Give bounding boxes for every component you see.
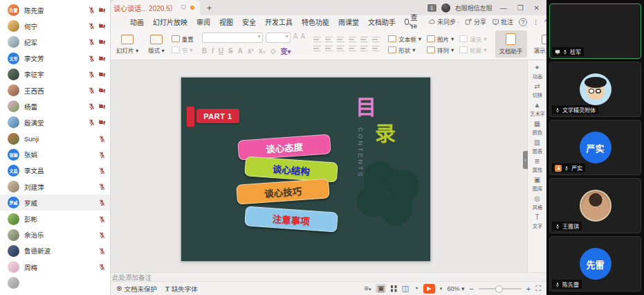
textbox-button[interactable]: 文本框 ▾ [388,35,421,43]
doc-protection-status[interactable]: ⊗文档未保护 [116,284,157,294]
menu-view[interactable]: 视图 [219,17,233,27]
mic-muted-icon[interactable] [98,215,106,223]
slide[interactable]: PART 1 目 录 CONTENTS 谈心态度 谈心结构 谈心技巧 注意事项 [181,78,430,261]
participant-row[interactable]: 张娟张娟 [0,147,110,163]
menu-animation[interactable]: 动画 [130,17,144,27]
participant-row[interactable]: 刘建萍 [0,179,110,195]
annotate-button[interactable]: 批注 [492,17,513,26]
play-slideshow-button[interactable]: ▶ [423,284,435,294]
participant-row[interactable]: 杨蕾 [0,98,110,114]
doc-assistant-button[interactable]: 文档助手 [495,30,527,57]
picture-button[interactable]: 图片 ▾ [427,35,454,43]
video-tile[interactable]: 王雅琪 [549,178,641,233]
camera-off-icon[interactable] [98,71,106,78]
video-tile[interactable]: 严实 严实 [549,120,641,175]
layout-button[interactable]: 版式 ▾ [145,30,167,57]
panel-transition[interactable]: ⇄切换 [532,83,543,98]
mic-muted-icon[interactable] [88,38,95,46]
more-options-button[interactable]: ⋮ [533,19,539,26]
mic-muted-icon[interactable] [98,167,106,175]
arrange-button[interactable]: 排列 ▾ [427,46,454,54]
camera-off-icon[interactable] [98,102,106,110]
participant-row[interactable]: 余治乐 [0,227,110,243]
participant-row[interactable]: 李征宇 [0,66,110,82]
mic-muted-icon[interactable] [88,6,95,14]
mic-muted-icon[interactable] [98,231,106,239]
mic-muted-icon[interactable] [88,87,95,94]
slide-sorter-view-button[interactable] [391,285,397,292]
restore-button[interactable]: ❐ [515,4,526,12]
mic-muted-icon[interactable] [98,247,106,255]
mic-muted-icon[interactable] [88,22,95,30]
panel-color[interactable]: ▦颜色 [532,120,543,136]
fit-slide-button[interactable]: ⛶ [535,285,541,292]
shape-button[interactable]: 形状 ▾ [388,46,421,54]
reading-view-button[interactable]: ◫ [402,285,409,292]
video-tile[interactable]: 文学精灵附体 [549,62,641,117]
participant-row[interactable]: 何宁 [0,18,110,34]
participant-row[interactable]: 文昌李文昌 [0,163,110,179]
participant-row[interactable]: 周梅 [0,259,110,275]
camera-off-icon[interactable] [98,55,106,62]
account-name[interactable]: 右眼相信左眼 [455,3,493,12]
panel-collapse-arrow[interactable]: › [523,151,528,169]
reset-button[interactable]: 重置 [172,35,194,43]
camera-off-icon[interactable] [98,118,106,126]
mic-muted-icon[interactable] [88,102,95,110]
sync-status-button[interactable]: 未同步· [428,17,459,26]
panel-wordart[interactable]: ▲艺术字 [529,102,546,117]
mic-muted-icon[interactable] [98,183,106,190]
mic-muted-icon[interactable] [88,118,95,126]
play-options-caret[interactable]: ▾ [440,286,443,291]
panel-chart[interactable]: ▥图表 [532,139,543,154]
video-tile-speaker[interactable]: 桂军 [549,3,641,59]
video-tile[interactable]: 先雷 陈先雷 [549,236,641,292]
mic-muted-icon[interactable] [98,199,106,206]
minimize-button[interactable]: — [497,4,510,12]
participant-row[interactable]: 鲁德新波 [0,243,110,259]
mic-muted-icon[interactable] [88,71,95,78]
mic-muted-icon[interactable] [98,263,106,271]
zoom-level[interactable]: 60% ▾ [447,285,464,292]
camera-off-icon[interactable] [98,38,106,46]
participant-row[interactable]: 王西西 [0,82,110,98]
new-slide-button[interactable]: 幻灯片 ▾ [113,30,141,57]
participant-row-selected[interactable]: 罗威罗威 [0,195,110,211]
mic-muted-icon[interactable] [98,151,106,159]
mic-muted-icon[interactable] [88,55,95,62]
close-button[interactable]: ✕ [531,4,542,12]
menu-slideshow[interactable]: 幻灯片放映 [153,17,187,27]
menu-devtools[interactable]: 开发工具 [265,17,293,27]
mic-muted-icon[interactable] [98,135,106,143]
participant-row[interactable] [0,275,110,291]
participant-row[interactable]: 殷满堂 [0,114,110,130]
normal-view-button[interactable]: ▣ [376,284,385,293]
zoom-in-button[interactable]: + [526,285,531,293]
camera-off-icon[interactable] [98,6,106,14]
view-options-button[interactable]: ≡▾ [364,285,371,292]
account-avatar[interactable] [441,3,450,12]
camera-off-icon[interactable] [98,87,106,94]
menu-doc-assistant[interactable]: 文档助手 [368,17,396,27]
zoom-slider-thumb[interactable] [495,285,503,293]
panel-text[interactable]: T文字 [532,214,543,229]
participant-row[interactable]: 纪军 [0,34,110,50]
zoom-out-button[interactable]: − [469,285,473,293]
share-button[interactable]: 分享 [465,17,486,26]
menu-security[interactable]: 安全 [242,17,256,27]
menu-review[interactable]: 审阅 [196,17,210,27]
camera-off-icon[interactable] [98,22,106,30]
handout-view-button[interactable]: ◔ [414,285,418,292]
panel-gallery[interactable]: ▣图库 [532,177,543,192]
document-tab[interactable]: 谈心谈话... 2020.5） 🗨 [111,0,200,15]
menu-rain-classroom[interactable]: 雨课堂 [338,17,359,27]
font-family-select[interactable] [202,33,263,43]
panel-animation[interactable]: ✦动画 [532,64,543,80]
notes-area[interactable]: 此处添加备注 [111,272,546,281]
zoom-slider[interactable] [479,288,522,289]
panel-properties[interactable]: ≣属性 [532,158,543,173]
new-tab-button[interactable]: + [207,3,212,13]
menu-special-features[interactable]: 特色功能 [302,17,329,27]
participant-row[interactable]: 文芳李文芳 [0,51,110,66]
panel-style[interactable]: ◎风格 [532,195,543,211]
